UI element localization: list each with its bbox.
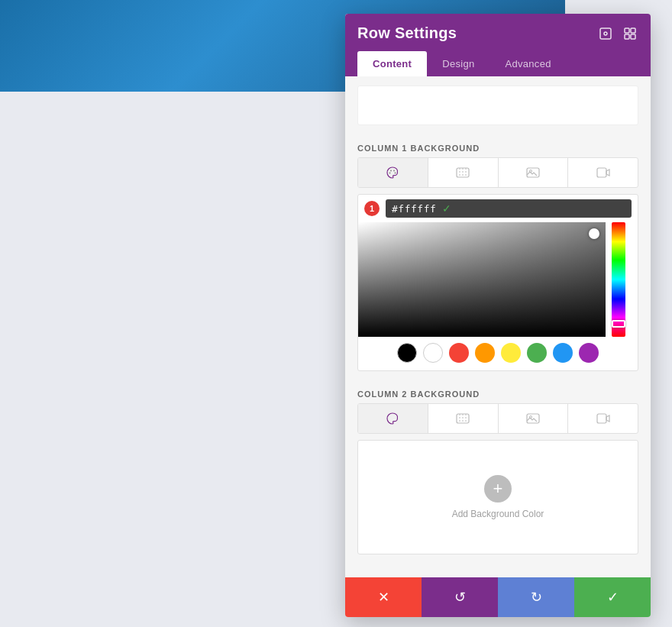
panel-header-icons: [597, 25, 638, 42]
tab-bar: Content Design Advanced: [357, 51, 638, 76]
action-bar: ✕ ↺ ↻ ✓: [345, 577, 651, 617]
confirm-button[interactable]: ✓: [574, 577, 651, 617]
hue-thumb: [612, 320, 625, 328]
panel-header: Row Settings: [345, 14, 651, 76]
swatch-orange[interactable]: [475, 343, 495, 363]
redo-icon: ↻: [531, 589, 542, 606]
swatch-black[interactable]: [397, 343, 417, 363]
column1-label: Column 1 Background: [345, 134, 651, 157]
gradient-field[interactable]: [358, 222, 606, 337]
tab-design[interactable]: Design: [427, 51, 489, 76]
col2-tab-color[interactable]: [358, 404, 428, 433]
col1-tab-color[interactable]: [358, 158, 428, 187]
tab-content[interactable]: Content: [357, 51, 427, 76]
column1-bg-type-tabs: [357, 157, 638, 188]
svg-rect-3: [631, 28, 635, 33]
color-index-badge: 1: [364, 201, 380, 216]
svg-rect-5: [631, 34, 635, 39]
undo-icon: ↺: [454, 589, 466, 606]
swatch-blue[interactable]: [553, 343, 573, 363]
col2-tab-video[interactable]: [568, 404, 638, 433]
hex-value: #ffffff: [392, 203, 436, 215]
col1-tab-video[interactable]: [568, 158, 638, 187]
panel-title: Row Settings: [357, 24, 457, 42]
add-icon: +: [493, 480, 503, 497]
add-bg-label: Add Background Color: [452, 509, 544, 519]
gradient-cursor: [589, 228, 599, 239]
row-settings-panel: Row Settings: [345, 14, 651, 617]
swatches-row: [358, 337, 638, 370]
redo-button[interactable]: ↻: [498, 577, 574, 617]
cancel-icon: ✕: [378, 589, 389, 606]
svg-point-9: [395, 173, 396, 174]
svg-point-1: [604, 32, 607, 35]
svg-point-7: [390, 170, 392, 172]
svg-rect-16: [597, 168, 606, 177]
cancel-button[interactable]: ✕: [345, 577, 422, 617]
hex-input-row: 1 #ffffff ✓: [358, 195, 638, 222]
swatch-green[interactable]: [527, 343, 547, 363]
column2-bg-type-tabs: [357, 403, 638, 434]
picker-main: [358, 222, 638, 337]
hue-track[interactable]: [612, 222, 625, 337]
svg-rect-23: [597, 414, 606, 423]
svg-rect-4: [625, 34, 629, 39]
bottom-spacer: [345, 564, 651, 577]
svg-point-6: [389, 173, 391, 174]
hex-confirm-icon[interactable]: ✓: [442, 202, 451, 215]
panel-title-row: Row Settings: [357, 24, 638, 42]
panel-body: Column 1 Background: [345, 76, 651, 577]
add-bg-button[interactable]: +: [484, 475, 512, 503]
swatch-purple[interactable]: [579, 343, 599, 363]
col2-tab-image[interactable]: [499, 404, 569, 433]
col1-tab-image[interactable]: [499, 158, 569, 187]
grid-icon[interactable]: [622, 25, 638, 42]
col2-tab-gradient[interactable]: [428, 404, 499, 433]
swatch-red[interactable]: [449, 343, 469, 363]
tab-advanced[interactable]: Advanced: [489, 51, 566, 76]
color-picker: 1 #ffffff ✓: [357, 194, 638, 371]
confirm-icon: ✓: [607, 589, 619, 606]
add-bg-area[interactable]: + Add Background Color: [357, 440, 638, 554]
swatch-yellow[interactable]: [501, 343, 521, 363]
svg-rect-0: [600, 28, 611, 39]
focus-icon[interactable]: [597, 25, 614, 42]
top-section: [357, 86, 638, 125]
svg-rect-2: [625, 28, 629, 33]
col1-tab-gradient[interactable]: [428, 158, 499, 187]
swatch-white[interactable]: [423, 343, 443, 363]
column2-section: Column 2 Background: [345, 380, 651, 554]
svg-point-8: [393, 170, 395, 172]
hex-input-wrapper[interactable]: #ffffff ✓: [386, 199, 632, 218]
undo-button[interactable]: ↺: [422, 577, 498, 617]
column2-label: Column 2 Background: [345, 380, 651, 403]
hue-spacer: [632, 222, 638, 337]
